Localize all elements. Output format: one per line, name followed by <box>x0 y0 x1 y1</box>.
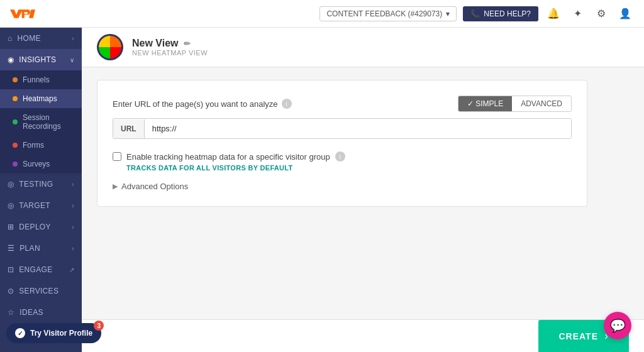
visitor-group-checkbox[interactable] <box>113 152 121 161</box>
simple-toggle-btn[interactable]: ✓ SIMPLE <box>458 96 512 111</box>
deploy-icon: ⊞ <box>8 223 14 231</box>
surveys-dot <box>13 162 18 167</box>
target-chevron: › <box>72 202 74 209</box>
sidebar-item-ideas[interactable]: ☆ IDEAS <box>0 302 82 323</box>
sidebar-item-testing-label: Testing <box>19 180 53 189</box>
simple-advanced-toggle: ✓ SIMPLE ADVANCED <box>458 96 572 112</box>
visitor-group-checkbox-row: Enable tracking heatmap data for a speci… <box>113 151 572 162</box>
advanced-options-label: Advanced Options <box>121 182 188 191</box>
need-help-button[interactable]: 📞 NEED HELP? <box>463 6 538 21</box>
sidebar-sub-item-surveys[interactable]: Surveys <box>0 155 82 173</box>
url-label-left: Enter URL of the page(s) you want to ana… <box>113 99 292 109</box>
visitor-profile-button[interactable]: ✓ Try Visitor Profile 3 <box>6 323 101 343</box>
page-subtitle: NEW HEATMAP VIEW <box>132 49 208 57</box>
create-label: CREATE <box>558 331 598 341</box>
sidebar-item-engage[interactable]: ⊡ ENGAGE ↗ <box>0 259 82 280</box>
bottom-bar: CREATE › <box>82 319 644 352</box>
advanced-options-toggle[interactable]: ▶ Advanced Options <box>113 182 572 191</box>
heatmaps-label: Heatmaps <box>23 94 57 103</box>
content-feedback-button[interactable]: CONTENT FEEDBACK (#429073) ▾ <box>319 6 457 21</box>
nav-logo-area <box>10 7 35 21</box>
testing-icon: ◎ <box>8 180 14 189</box>
insights-icon: ◉ <box>8 55 14 64</box>
gear-icon: ⚙ <box>597 8 606 19</box>
plan-icon: ☰ <box>8 244 14 253</box>
edit-title-icon[interactable]: ✏ <box>184 39 191 48</box>
visitor-group-info-icon[interactable]: i <box>335 151 345 162</box>
sidebar: ⌂ HOME › ◉ INSIGHTS ∨ Funnels Heatmaps <box>0 28 82 352</box>
sidebar-item-deploy[interactable]: ⊞ DEPLOY › <box>0 216 82 238</box>
page-title: New View ✏ <box>132 38 208 49</box>
session-recordings-label: Session Recordings <box>23 113 74 131</box>
sidebar-sub-item-session-recordings[interactable]: Session Recordings <box>0 108 82 136</box>
sidebar-item-services[interactable]: ⊙ services <box>0 280 82 302</box>
page-header-text: New View ✏ NEW HEATMAP VIEW <box>132 38 208 57</box>
sidebar-sub-item-funnels[interactable]: Funnels <box>0 70 82 89</box>
sidebar-item-target[interactable]: ◎ TARGET › <box>0 195 82 216</box>
notifications-button[interactable]: 🔔 <box>545 5 562 23</box>
main-content: New View ✏ NEW HEATMAP VIEW Enter URL of… <box>82 28 644 352</box>
url-info-icon[interactable]: i <box>282 99 292 109</box>
sidebar-item-home-label: HOME <box>18 34 41 43</box>
advanced-options-section: ▶ Advanced Options <box>113 182 572 191</box>
url-label-row: Enter URL of the page(s) you want to ana… <box>113 96 572 112</box>
funnels-label: Funnels <box>23 75 50 84</box>
target-icon: ◎ <box>8 201 14 210</box>
phone-icon: 📞 <box>470 9 480 18</box>
bell-icon: 🔔 <box>547 8 560 19</box>
sidebar-item-testing[interactable]: ◎ Testing › <box>0 173 82 195</box>
chat-bubble-button[interactable]: 💬 <box>604 312 631 339</box>
visitor-group-checkbox-label: Enable tracking heatmap data for a speci… <box>126 152 330 162</box>
visitor-group-section: Enable tracking heatmap data for a speci… <box>113 151 572 172</box>
url-prefix-label: URL <box>113 119 145 138</box>
star-icon: ✦ <box>574 8 582 19</box>
engage-chevron: ↗ <box>69 267 74 273</box>
top-navigation: CONTENT FEEDBACK (#429073) ▾ 📞 NEED HELP… <box>0 0 644 28</box>
sidebar-item-home[interactable]: ⌂ HOME › <box>0 28 82 49</box>
url-label-text: Enter URL of the page(s) you want to ana… <box>113 99 278 109</box>
tracks-all-visitors-text: TRACKS DATA FOR ALL VISITORS BY DEFAULT <box>126 164 572 172</box>
forms-dot <box>13 143 18 148</box>
advanced-toggle-btn[interactable]: ADVANCED <box>512 96 571 111</box>
advanced-options-arrow-icon: ▶ <box>113 182 118 190</box>
sidebar-item-ideas-label: IDEAS <box>19 308 43 317</box>
heatmap-icon <box>99 36 121 58</box>
sidebar-item-plan[interactable]: ☰ PLAN › <box>0 238 82 259</box>
sidebar-sub-item-heatmaps[interactable]: Heatmaps <box>0 89 82 108</box>
sidebar-item-plan-label: PLAN <box>19 244 40 253</box>
page-header: New View ✏ NEW HEATMAP VIEW <box>82 28 644 67</box>
app-body: ⌂ HOME › ◉ INSIGHTS ∨ Funnels Heatmaps <box>0 28 644 352</box>
sidebar-item-deploy-label: DEPLOY <box>19 223 51 231</box>
visitor-profile-label: Try Visitor Profile <box>30 329 92 338</box>
sidebar-item-insights-label: INSIGHTS <box>19 55 56 64</box>
testing-chevron: › <box>72 181 74 188</box>
ideas-icon: ☆ <box>8 308 14 317</box>
home-chevron: › <box>72 35 74 42</box>
funnels-dot <box>13 77 18 82</box>
plan-chevron: › <box>72 245 74 252</box>
surveys-label: Surveys <box>23 160 50 168</box>
settings-button[interactable]: ⚙ <box>592 5 610 23</box>
user-icon: 👤 <box>619 8 631 19</box>
visitor-profile-check-icon: ✓ <box>15 328 25 338</box>
vwo-logo <box>10 7 35 21</box>
content-area: Enter URL of the page(s) you want to ana… <box>82 67 644 319</box>
forms-label: Forms <box>23 141 44 150</box>
url-section: Enter URL of the page(s) you want to ana… <box>113 96 572 139</box>
session-recordings-dot <box>13 119 18 124</box>
user-button[interactable]: 👤 <box>616 5 634 23</box>
nav-right-actions: CONTENT FEEDBACK (#429073) ▾ 📞 NEED HELP… <box>319 5 634 23</box>
home-icon: ⌂ <box>8 34 13 43</box>
insights-chevron: ∨ <box>70 57 74 63</box>
sidebar-item-engage-label: ENGAGE <box>19 265 52 274</box>
sidebar-item-target-label: TARGET <box>19 201 50 210</box>
heatmaps-dot <box>13 96 18 101</box>
sidebar-item-insights[interactable]: ◉ INSIGHTS ∨ <box>0 49 82 70</box>
form-card: Enter URL of the page(s) you want to ana… <box>97 80 587 207</box>
sidebar-sub-item-forms[interactable]: Forms <box>0 136 82 155</box>
star-button[interactable]: ✦ <box>569 5 586 23</box>
chat-icon: 💬 <box>610 318 626 333</box>
url-input[interactable] <box>145 119 571 138</box>
deploy-chevron: › <box>72 224 74 231</box>
services-icon: ⊙ <box>8 287 14 295</box>
